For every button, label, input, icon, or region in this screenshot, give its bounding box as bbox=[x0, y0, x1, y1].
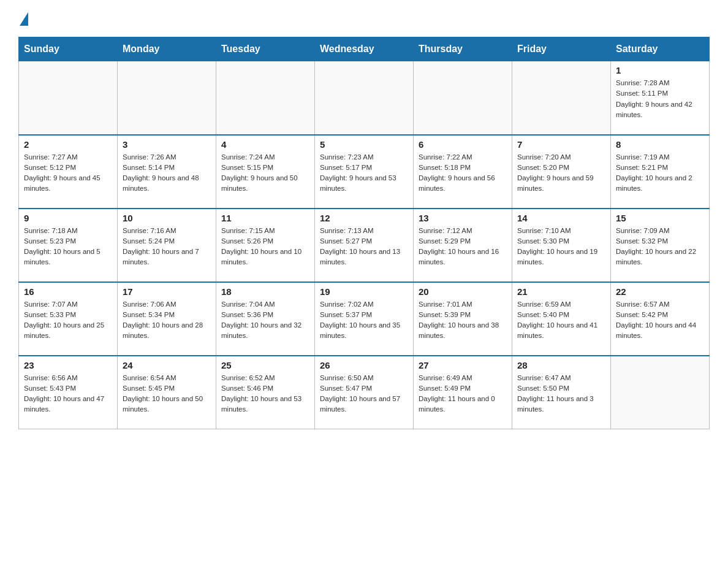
day-info: Sunrise: 7:09 AMSunset: 5:32 PMDaylight:… bbox=[616, 226, 704, 268]
day-info: Sunrise: 7:02 AMSunset: 5:37 PMDaylight:… bbox=[320, 299, 408, 342]
calendar-cell: 1Sunrise: 7:28 AMSunset: 5:11 PMDaylight… bbox=[611, 61, 710, 135]
calendar-cell: 16Sunrise: 7:07 AMSunset: 5:33 PMDayligh… bbox=[19, 282, 118, 356]
day-info: Sunrise: 6:57 AMSunset: 5:42 PMDaylight:… bbox=[616, 299, 704, 342]
day-info: Sunrise: 6:56 AMSunset: 5:43 PMDaylight:… bbox=[24, 373, 112, 415]
calendar-cell: 14Sunrise: 7:10 AMSunset: 5:30 PMDayligh… bbox=[512, 209, 611, 282]
day-of-week-header: Saturday bbox=[611, 37, 710, 61]
day-info: Sunrise: 6:59 AMSunset: 5:40 PMDaylight:… bbox=[517, 299, 605, 342]
calendar-cell: 4Sunrise: 7:24 AMSunset: 5:15 PMDaylight… bbox=[216, 135, 315, 209]
day-of-week-header: Thursday bbox=[414, 37, 512, 61]
day-info: Sunrise: 7:15 AMSunset: 5:26 PMDaylight:… bbox=[221, 226, 309, 268]
calendar-cell: 9Sunrise: 7:18 AMSunset: 5:23 PMDaylight… bbox=[19, 209, 118, 282]
calendar-cell: 3Sunrise: 7:26 AMSunset: 5:14 PMDaylight… bbox=[118, 135, 216, 209]
calendar-cell: 27Sunrise: 6:49 AMSunset: 5:49 PMDayligh… bbox=[414, 356, 512, 429]
calendar-cell: 25Sunrise: 6:52 AMSunset: 5:46 PMDayligh… bbox=[216, 356, 315, 429]
day-info: Sunrise: 7:01 AMSunset: 5:39 PMDaylight:… bbox=[419, 299, 507, 342]
calendar-cell: 8Sunrise: 7:19 AMSunset: 5:21 PMDaylight… bbox=[611, 135, 710, 209]
day-info: Sunrise: 7:04 AMSunset: 5:36 PMDaylight:… bbox=[221, 299, 309, 342]
day-info: Sunrise: 7:18 AMSunset: 5:23 PMDaylight:… bbox=[24, 226, 112, 268]
day-number: 20 bbox=[419, 286, 507, 297]
day-number: 9 bbox=[24, 213, 112, 223]
calendar-header-row: SundayMondayTuesdayWednesdayThursdayFrid… bbox=[19, 37, 710, 61]
calendar-cell: 12Sunrise: 7:13 AMSunset: 5:27 PMDayligh… bbox=[315, 209, 414, 282]
day-of-week-header: Wednesday bbox=[315, 37, 414, 61]
day-number: 7 bbox=[517, 139, 605, 150]
calendar-cell: 13Sunrise: 7:12 AMSunset: 5:29 PMDayligh… bbox=[414, 209, 512, 282]
day-number: 13 bbox=[419, 213, 507, 223]
calendar-table: SundayMondayTuesdayWednesdayThursdayFrid… bbox=[18, 37, 710, 429]
day-number: 3 bbox=[123, 139, 211, 150]
calendar-cell: 22Sunrise: 6:57 AMSunset: 5:42 PMDayligh… bbox=[611, 282, 710, 356]
calendar-cell: 26Sunrise: 6:50 AMSunset: 5:47 PMDayligh… bbox=[315, 356, 414, 429]
day-number: 24 bbox=[123, 360, 211, 370]
calendar-cell bbox=[414, 61, 512, 135]
day-info: Sunrise: 7:13 AMSunset: 5:27 PMDaylight:… bbox=[320, 226, 408, 268]
calendar-cell: 2Sunrise: 7:27 AMSunset: 5:12 PMDaylight… bbox=[19, 135, 118, 209]
day-number: 17 bbox=[123, 286, 211, 297]
page-header bbox=[18, 12, 710, 25]
day-number: 6 bbox=[419, 139, 507, 150]
day-of-week-header: Tuesday bbox=[216, 37, 315, 61]
day-number: 25 bbox=[221, 360, 309, 370]
day-number: 8 bbox=[616, 139, 704, 150]
calendar-cell: 17Sunrise: 7:06 AMSunset: 5:34 PMDayligh… bbox=[118, 282, 216, 356]
calendar-cell bbox=[315, 61, 414, 135]
day-number: 19 bbox=[320, 286, 408, 297]
calendar-cell bbox=[19, 61, 118, 135]
day-number: 23 bbox=[24, 360, 112, 370]
day-info: Sunrise: 6:54 AMSunset: 5:45 PMDaylight:… bbox=[123, 373, 211, 415]
day-number: 4 bbox=[221, 139, 309, 150]
day-number: 21 bbox=[517, 286, 605, 297]
day-info: Sunrise: 7:26 AMSunset: 5:14 PMDaylight:… bbox=[123, 152, 211, 194]
calendar-cell: 19Sunrise: 7:02 AMSunset: 5:37 PMDayligh… bbox=[315, 282, 414, 356]
day-number: 5 bbox=[320, 139, 408, 150]
day-info: Sunrise: 7:19 AMSunset: 5:21 PMDaylight:… bbox=[616, 152, 704, 194]
day-info: Sunrise: 7:10 AMSunset: 5:30 PMDaylight:… bbox=[517, 226, 605, 268]
day-number: 22 bbox=[616, 286, 704, 297]
day-info: Sunrise: 6:50 AMSunset: 5:47 PMDaylight:… bbox=[320, 373, 408, 415]
day-info: Sunrise: 6:49 AMSunset: 5:49 PMDaylight:… bbox=[419, 373, 507, 415]
day-number: 1 bbox=[616, 65, 704, 75]
calendar-cell: 6Sunrise: 7:22 AMSunset: 5:18 PMDaylight… bbox=[414, 135, 512, 209]
day-info: Sunrise: 7:27 AMSunset: 5:12 PMDaylight:… bbox=[24, 152, 112, 194]
day-number: 28 bbox=[517, 360, 605, 370]
day-number: 15 bbox=[616, 213, 704, 223]
calendar-week-row: 2Sunrise: 7:27 AMSunset: 5:12 PMDaylight… bbox=[19, 135, 710, 209]
calendar-week-row: 16Sunrise: 7:07 AMSunset: 5:33 PMDayligh… bbox=[19, 282, 710, 356]
day-number: 26 bbox=[320, 360, 408, 370]
day-info: Sunrise: 7:16 AMSunset: 5:24 PMDaylight:… bbox=[123, 226, 211, 268]
calendar-cell bbox=[216, 61, 315, 135]
day-number: 16 bbox=[24, 286, 112, 297]
logo-triangle-icon bbox=[20, 12, 28, 26]
calendar-cell bbox=[512, 61, 611, 135]
day-info: Sunrise: 7:28 AMSunset: 5:11 PMDaylight:… bbox=[616, 78, 704, 120]
calendar-week-row: 9Sunrise: 7:18 AMSunset: 5:23 PMDaylight… bbox=[19, 209, 710, 282]
calendar-cell: 28Sunrise: 6:47 AMSunset: 5:50 PMDayligh… bbox=[512, 356, 611, 429]
day-number: 10 bbox=[123, 213, 211, 223]
calendar-cell: 21Sunrise: 6:59 AMSunset: 5:40 PMDayligh… bbox=[512, 282, 611, 356]
day-info: Sunrise: 7:07 AMSunset: 5:33 PMDaylight:… bbox=[24, 299, 112, 342]
calendar-week-row: 23Sunrise: 6:56 AMSunset: 5:43 PMDayligh… bbox=[19, 356, 710, 429]
logo bbox=[18, 12, 28, 25]
calendar-cell: 23Sunrise: 6:56 AMSunset: 5:43 PMDayligh… bbox=[19, 356, 118, 429]
day-of-week-header: Friday bbox=[512, 37, 611, 61]
calendar-cell: 7Sunrise: 7:20 AMSunset: 5:20 PMDaylight… bbox=[512, 135, 611, 209]
day-info: Sunrise: 7:20 AMSunset: 5:20 PMDaylight:… bbox=[517, 152, 605, 194]
day-info: Sunrise: 6:52 AMSunset: 5:46 PMDaylight:… bbox=[221, 373, 309, 415]
day-number: 12 bbox=[320, 213, 408, 223]
calendar-cell: 24Sunrise: 6:54 AMSunset: 5:45 PMDayligh… bbox=[118, 356, 216, 429]
day-number: 14 bbox=[517, 213, 605, 223]
calendar-week-row: 1Sunrise: 7:28 AMSunset: 5:11 PMDaylight… bbox=[19, 61, 710, 135]
day-of-week-header: Sunday bbox=[19, 37, 118, 61]
calendar-cell bbox=[611, 356, 710, 429]
day-of-week-header: Monday bbox=[118, 37, 216, 61]
day-number: 18 bbox=[221, 286, 309, 297]
calendar-cell: 15Sunrise: 7:09 AMSunset: 5:32 PMDayligh… bbox=[611, 209, 710, 282]
day-info: Sunrise: 7:24 AMSunset: 5:15 PMDaylight:… bbox=[221, 152, 309, 194]
day-info: Sunrise: 7:12 AMSunset: 5:29 PMDaylight:… bbox=[419, 226, 507, 268]
calendar-cell: 18Sunrise: 7:04 AMSunset: 5:36 PMDayligh… bbox=[216, 282, 315, 356]
day-info: Sunrise: 6:47 AMSunset: 5:50 PMDaylight:… bbox=[517, 373, 605, 415]
calendar-cell: 20Sunrise: 7:01 AMSunset: 5:39 PMDayligh… bbox=[414, 282, 512, 356]
calendar-cell: 5Sunrise: 7:23 AMSunset: 5:17 PMDaylight… bbox=[315, 135, 414, 209]
calendar-cell bbox=[118, 61, 216, 135]
